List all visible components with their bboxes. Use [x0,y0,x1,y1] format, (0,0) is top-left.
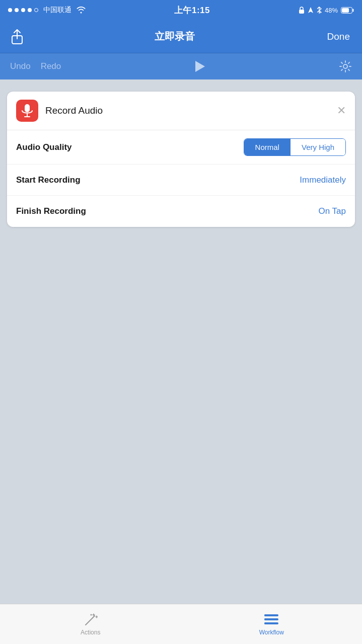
start-recording-label: Start Recording [16,175,81,185]
lock-icon [299,7,305,14]
finish-recording-value[interactable]: On Tap [318,206,346,216]
svg-line-10 [86,618,93,625]
undo-button[interactable]: Undo [10,61,31,71]
play-button[interactable] [194,60,205,72]
dot-1 [8,8,12,12]
svg-rect-3 [342,8,349,13]
audio-quality-row: Audio Quality Normal Very High [7,130,355,165]
start-recording-value[interactable]: Immediately [300,175,346,185]
svg-rect-2 [353,9,354,12]
carrier-text: 中国联通 [43,6,71,15]
gear-icon [339,60,352,73]
svg-marker-5 [195,61,205,72]
tab-workflow[interactable]: Workflow [181,604,363,644]
status-bar: 中国联通 上午1:15 48% [0,0,362,20]
audio-quality-segmented[interactable]: Normal Very High [244,138,346,156]
actions-icon-area [83,613,99,627]
battery-text: 48% [325,7,338,14]
share-icon [10,29,24,45]
card-header: Record Audio ✕ [7,92,355,130]
signal-dots [8,8,38,12]
svg-rect-23 [264,622,268,624]
redo-button[interactable]: Redo [41,61,61,71]
nav-bar: 立即录音 Done [0,20,362,53]
toolbar-left: Undo Redo [10,61,61,71]
main-content: Record Audio ✕ Audio Quality Normal Very… [0,79,362,604]
done-button[interactable]: Done [323,28,354,45]
workflow-label: Workflow [259,629,284,636]
toolbar: Undo Redo [0,53,362,79]
actions-label: Actions [81,629,100,636]
tab-bar: Actions Workflow [0,604,362,644]
svg-rect-22 [264,618,268,620]
wifi-icon [77,7,86,14]
svg-point-6 [343,64,347,68]
svg-rect-0 [299,10,304,14]
dot-5 [34,8,38,12]
status-right: 48% [299,7,354,14]
svg-rect-7 [25,104,30,112]
dot-3 [21,8,25,12]
status-time: 上午1:15 [174,5,210,16]
card-title: Record Audio [45,105,103,116]
card-header-left: Record Audio [16,100,103,122]
battery-icon [341,7,354,14]
nav-title: 立即录音 [155,30,195,43]
play-icon [194,60,205,72]
wand-icon [84,613,98,627]
list-icon [264,613,278,626]
microphone-icon [21,104,34,118]
card-icon [16,100,38,122]
bluetooth-icon [317,7,322,14]
very-high-option[interactable]: Very High [291,139,345,155]
dot-4 [28,8,32,12]
tab-actions[interactable]: Actions [0,604,181,644]
share-button[interactable] [8,28,26,46]
location-icon [308,7,314,14]
record-audio-card: Record Audio ✕ Audio Quality Normal Very… [7,92,355,227]
status-left: 中国联通 [8,6,86,15]
finish-recording-row: Finish Recording On Tap [7,196,355,227]
workflow-icon-area [263,613,279,627]
audio-quality-label: Audio Quality [16,142,72,152]
normal-option[interactable]: Normal [244,139,291,155]
settings-button[interactable] [339,60,352,73]
dot-2 [15,8,19,12]
start-recording-row: Start Recording Immediately [7,165,355,196]
finish-recording-label: Finish Recording [16,206,86,216]
svg-rect-21 [264,614,268,616]
close-button[interactable]: ✕ [337,105,346,116]
